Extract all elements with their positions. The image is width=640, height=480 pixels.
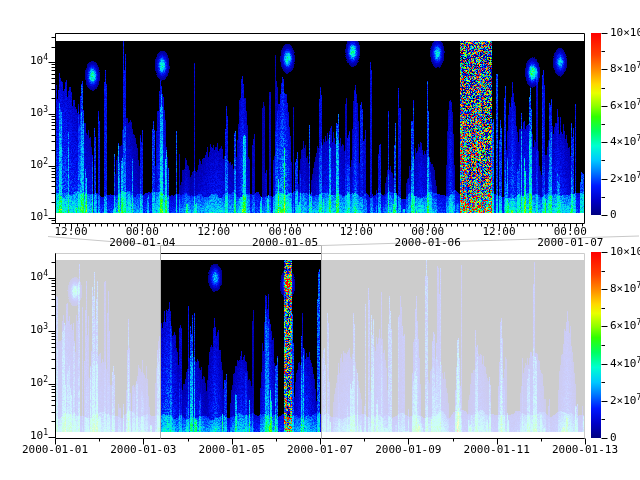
exponent: 1 <box>43 209 48 218</box>
exponent: 7 <box>637 281 640 290</box>
detail-y-tick-label: 102 <box>12 159 48 171</box>
context-x-date-label: 2000-01-03 <box>110 444 176 455</box>
context-x-date-label: 2000-01-11 <box>464 444 530 455</box>
context-x-date-label: 2000-01-13 <box>552 444 618 455</box>
context-colorbar-tick-label: 2×107 <box>610 395 640 407</box>
detail-x-tick-label: 12:00 <box>54 226 87 237</box>
tplot-figure: 12:0000:002000-01-0412:0000:002000-01-05… <box>0 0 640 480</box>
axis-labels-layer: 12:0000:002000-01-0412:0000:002000-01-05… <box>0 0 640 480</box>
exponent: 2 <box>43 157 48 166</box>
context-x-date-label: 2000-01-07 <box>287 444 353 455</box>
exponent: 7 <box>637 134 640 143</box>
context-y-tick-label: 103 <box>12 324 48 336</box>
detail-colorbar-tick-label: 6×107 <box>610 100 640 112</box>
detail-colorbar-tick-label: 2×107 <box>610 173 640 185</box>
exponent: 7 <box>637 356 640 365</box>
exponent: 7 <box>637 61 640 70</box>
context-colorbar-tick-label: 6×107 <box>610 320 640 332</box>
detail-colorbar-tick-label: 4×107 <box>610 136 640 148</box>
context-x-date-label: 2000-01-09 <box>375 444 441 455</box>
detail-y-tick-label: 104 <box>12 55 48 67</box>
detail-colorbar-tick-label: 8×107 <box>610 63 640 75</box>
detail-x-tick-label: 12:00 <box>340 226 373 237</box>
exponent: 7 <box>637 171 640 180</box>
context-colorbar-tick-label: 8×107 <box>610 283 640 295</box>
context-colorbar-tick-label: 0 <box>610 432 617 443</box>
context-x-date-label: 2000-01-01 <box>22 444 88 455</box>
exponent: 4 <box>43 53 48 62</box>
context-colorbar-tick-label: 4×107 <box>610 358 640 370</box>
detail-colorbar-tick-label: 10×107 <box>610 27 640 39</box>
exponent: 3 <box>43 105 48 114</box>
detail-x-date-label: 2000-01-05 <box>252 237 318 248</box>
exponent: 7 <box>637 393 640 402</box>
exponent: 4 <box>43 269 48 278</box>
detail-x-date-label: 2000-01-06 <box>395 237 461 248</box>
exponent: 3 <box>43 322 48 331</box>
detail-x-date-label: 2000-01-07 <box>537 237 603 248</box>
detail-y-tick-label: 103 <box>12 107 48 119</box>
detail-y-tick-label: 101 <box>12 211 48 223</box>
exponent: 2 <box>43 375 48 384</box>
context-y-tick-label: 101 <box>12 430 48 442</box>
detail-x-date-label: 2000-01-04 <box>109 237 175 248</box>
context-x-date-label: 2000-01-05 <box>199 444 265 455</box>
detail-x-tick-label: 12:00 <box>197 226 230 237</box>
detail-x-tick-label: 12:00 <box>482 226 515 237</box>
context-colorbar-tick-label: 10×107 <box>610 246 640 258</box>
context-y-tick-label: 104 <box>12 271 48 283</box>
detail-colorbar-tick-label: 0 <box>610 209 617 220</box>
context-y-tick-label: 102 <box>12 377 48 389</box>
exponent: 7 <box>637 98 640 107</box>
exponent: 1 <box>43 428 48 437</box>
exponent: 7 <box>637 318 640 327</box>
